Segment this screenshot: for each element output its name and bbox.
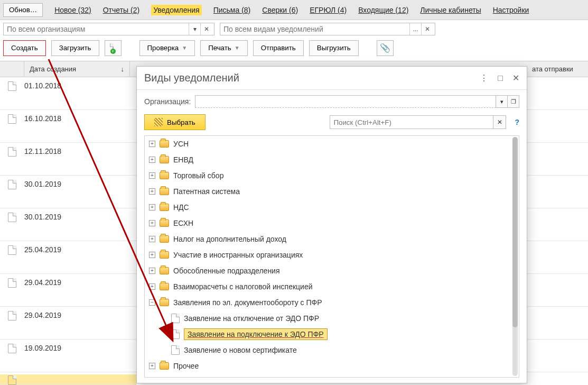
org-combo[interactable]: ▾ ❐ xyxy=(195,95,519,108)
refresh-button[interactable]: Обнов… xyxy=(3,3,43,17)
org-dropdown[interactable]: ▾ xyxy=(496,95,508,108)
export-button[interactable]: Выгрузить xyxy=(309,40,359,56)
org-filter-input[interactable] xyxy=(4,23,189,35)
tree-label[interactable]: Налог на дополнительный доход xyxy=(173,235,286,243)
nav-link[interactable]: Письма (8) xyxy=(213,6,251,14)
print-button[interactable]: Печать▼ xyxy=(200,40,248,56)
check-button[interactable]: Проверка▼ xyxy=(139,40,195,56)
org-input[interactable] xyxy=(195,95,496,108)
tree-folder[interactable]: +Участие в иностранных организациях xyxy=(145,247,519,263)
tree-item[interactable]: Заявление на подключение к ЭДО ПФР xyxy=(145,326,519,342)
search-input[interactable] xyxy=(330,115,493,129)
expander-icon[interactable]: + xyxy=(149,236,155,242)
send-button[interactable]: Отправить xyxy=(253,40,304,56)
document-icon xyxy=(8,278,16,288)
modal-title: Виды уведомлений xyxy=(144,72,239,84)
document-icon xyxy=(8,375,16,385)
search-clear[interactable]: ✕ xyxy=(493,115,506,129)
tree-folder[interactable]: −Заявления по эл. документообороту с ПФР xyxy=(145,295,519,310)
expander-icon[interactable]: + xyxy=(149,283,155,290)
tree-label[interactable]: ЕСХН xyxy=(173,219,193,227)
kind-filter[interactable]: ... ✕ xyxy=(220,23,435,35)
tree-label[interactable]: Заявления по эл. документообороту с ПФР xyxy=(173,298,322,307)
tree-item[interactable]: Заявление о новом сертификате xyxy=(145,342,519,358)
chevron-down-icon: ▼ xyxy=(235,45,240,51)
create-button[interactable]: Создать xyxy=(3,40,46,56)
nav-link[interactable]: Настройки xyxy=(493,6,529,14)
expander-icon[interactable]: + xyxy=(149,268,155,274)
tree-label[interactable]: Патентная система xyxy=(173,187,240,196)
tree-label[interactable]: Взаиморасчеты с налоговой инспекцией xyxy=(173,282,313,291)
tree-folder[interactable]: +Налог на дополнительный доход xyxy=(145,231,519,247)
col-send-date[interactable]: ата отправки xyxy=(529,61,588,77)
col-date[interactable]: Дата создания ↓ xyxy=(24,61,130,77)
chevron-down-icon: ▼ xyxy=(182,45,187,51)
expander-icon[interactable]: + xyxy=(149,220,155,226)
tree-folder[interactable]: +ЕНВД xyxy=(145,152,519,168)
kind-filter-clear[interactable]: ✕ xyxy=(421,23,433,35)
page-plus-icon: + xyxy=(113,44,114,52)
kind-filter-more[interactable]: ... xyxy=(409,23,421,35)
document-icon xyxy=(8,81,16,91)
cell-date: 30.01.2019 xyxy=(24,213,130,221)
org-filter-dropdown[interactable]: ▾ xyxy=(189,23,200,35)
tree-label[interactable]: Заявление о новом сертификате xyxy=(184,346,297,354)
nav-link[interactable]: Уведомления xyxy=(151,5,202,15)
nav-link[interactable]: ЕГРЮЛ (4) xyxy=(310,6,347,14)
expander-icon[interactable]: + xyxy=(149,204,155,210)
nav-link[interactable]: Новое (32) xyxy=(54,6,91,14)
kind-filter-input[interactable] xyxy=(220,23,409,35)
tree-folder[interactable]: +УСН xyxy=(145,136,519,152)
org-open[interactable]: ❐ xyxy=(508,95,519,108)
tree[interactable]: +УСН+ЕНВД+Торговый сбор+Патентная систем… xyxy=(144,135,519,378)
tree-folder[interactable]: +Обособленные подразделения xyxy=(145,263,519,279)
folder-icon xyxy=(160,156,169,163)
expander-icon[interactable]: + xyxy=(149,188,155,195)
nav-link[interactable]: Входящие (12) xyxy=(358,6,408,14)
tree-label[interactable]: Торговый сбор xyxy=(173,171,223,180)
tree-folder[interactable]: +Патентная система xyxy=(145,184,519,199)
col-icon[interactable] xyxy=(0,61,24,77)
notification-types-modal: Виды уведомлений ⋮ □ ✕ Организация: ▾ ❐ … xyxy=(136,66,527,383)
nav-link[interactable]: Личные кабинеты xyxy=(420,6,481,14)
expander-icon[interactable]: + xyxy=(149,172,155,179)
folder-icon xyxy=(160,235,169,243)
kebab-icon[interactable]: ⋮ xyxy=(480,73,488,83)
expander-icon[interactable]: + xyxy=(149,363,155,369)
document-icon xyxy=(8,213,16,222)
tree-folder[interactable]: +НДС xyxy=(145,199,519,215)
nav-link[interactable]: Сверки (6) xyxy=(262,6,298,14)
add-doc-button[interactable]: + xyxy=(105,40,122,56)
close-icon[interactable]: ✕ xyxy=(512,73,519,83)
maximize-icon[interactable]: □ xyxy=(498,74,503,83)
expander-icon[interactable]: − xyxy=(149,299,155,306)
tree-folder[interactable]: +ЕСХН xyxy=(145,215,519,231)
tree-label[interactable]: Обособленные подразделения xyxy=(173,267,280,275)
tree-label[interactable]: Заявление на отключение от ЭДО ПФР xyxy=(184,314,319,323)
org-filter[interactable]: ▾ ✕ xyxy=(3,23,214,35)
tree-label[interactable]: Прочее xyxy=(173,362,199,370)
tree-folder[interactable]: +Торговый сбор xyxy=(145,168,519,184)
tree-label[interactable]: Заявление на подключение к ЭДО ПФР xyxy=(184,328,328,340)
tree-item[interactable]: Заявление на отключение от ЭДО ПФР xyxy=(145,310,519,326)
scrollbar-thumb[interactable] xyxy=(512,137,518,327)
select-button[interactable]: Выбрать xyxy=(144,114,206,130)
tree-label[interactable]: НДС xyxy=(173,203,189,212)
help-icon[interactable]: ? xyxy=(515,118,519,126)
expander-icon[interactable]: + xyxy=(149,141,155,147)
paperclip-icon: 📎 xyxy=(380,43,390,53)
folder-icon xyxy=(160,267,169,274)
org-filter-clear[interactable]: ✕ xyxy=(200,23,212,35)
load-button[interactable]: Загрузить xyxy=(51,40,99,56)
expander-icon[interactable]: + xyxy=(149,157,155,163)
expander-icon[interactable]: + xyxy=(149,252,155,258)
document-icon xyxy=(8,180,16,189)
tree-label[interactable]: УСН xyxy=(173,140,189,148)
document-icon xyxy=(8,114,16,124)
nav-link[interactable]: Отчеты (2) xyxy=(103,6,139,14)
tree-label[interactable]: Участие в иностранных организациях xyxy=(173,251,303,259)
tree-label[interactable]: ЕНВД xyxy=(173,155,193,164)
attach-button[interactable]: 📎 xyxy=(377,40,394,56)
tree-folder[interactable]: +Взаиморасчеты с налоговой инспекцией xyxy=(145,279,519,295)
tree-folder[interactable]: +Прочее xyxy=(145,358,519,374)
